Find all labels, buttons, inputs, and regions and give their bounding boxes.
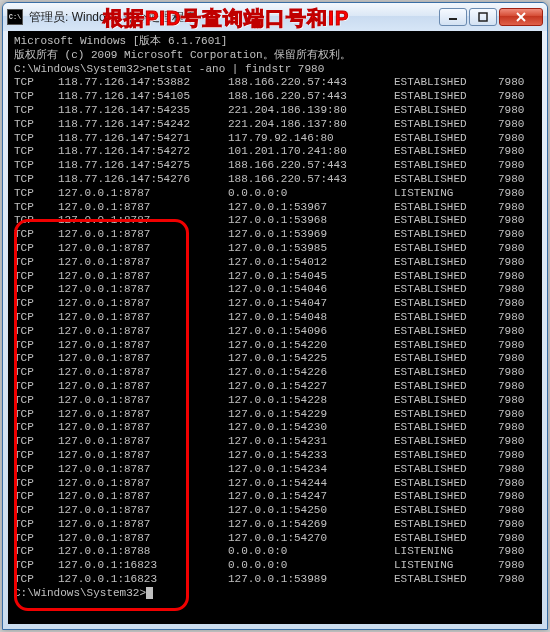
col-pid: 7980 bbox=[498, 380, 538, 394]
col-pid: 7980 bbox=[498, 449, 538, 463]
col-proto: TCP bbox=[14, 228, 58, 242]
col-local: 127.0.0.1:8787 bbox=[58, 449, 228, 463]
col-state: ESTABLISHED bbox=[394, 256, 498, 270]
col-proto: TCP bbox=[14, 380, 58, 394]
col-remote: 127.0.0.1:54269 bbox=[228, 518, 394, 532]
col-local: 127.0.0.1:8787 bbox=[58, 256, 228, 270]
col-proto: TCP bbox=[14, 173, 58, 187]
netstat-row: TCP118.77.126.147:54242221.204.186.137:8… bbox=[14, 118, 536, 132]
col-proto: TCP bbox=[14, 394, 58, 408]
col-local: 127.0.0.1:8787 bbox=[58, 311, 228, 325]
netstat-row: TCP118.77.126.147:53882188.166.220.57:44… bbox=[14, 76, 536, 90]
col-local: 127.0.0.1:8787 bbox=[58, 435, 228, 449]
col-remote: 221.204.186.139:80 bbox=[228, 104, 394, 118]
netstat-row: TCP127.0.0.1:87870.0.0.0:0LISTENING7980 bbox=[14, 187, 536, 201]
close-button[interactable] bbox=[499, 8, 543, 26]
col-state: ESTABLISHED bbox=[394, 132, 498, 146]
window-controls bbox=[439, 8, 543, 26]
col-state: ESTABLISHED bbox=[394, 394, 498, 408]
col-state: ESTABLISHED bbox=[394, 283, 498, 297]
col-remote: 127.0.0.1:54228 bbox=[228, 394, 394, 408]
col-pid: 7980 bbox=[498, 256, 538, 270]
col-state: ESTABLISHED bbox=[394, 173, 498, 187]
col-pid: 7980 bbox=[498, 201, 538, 215]
col-pid: 7980 bbox=[498, 545, 538, 559]
col-pid: 7980 bbox=[498, 339, 538, 353]
col-remote: 188.166.220.57:443 bbox=[228, 173, 394, 187]
col-state: ESTABLISHED bbox=[394, 104, 498, 118]
col-proto: TCP bbox=[14, 408, 58, 422]
col-state: ESTABLISHED bbox=[394, 325, 498, 339]
col-pid: 7980 bbox=[498, 504, 538, 518]
col-state: ESTABLISHED bbox=[394, 449, 498, 463]
maximize-button[interactable] bbox=[469, 8, 497, 26]
col-local: 127.0.0.1:8787 bbox=[58, 477, 228, 491]
col-state: ESTABLISHED bbox=[394, 145, 498, 159]
col-remote: 117.79.92.146:80 bbox=[228, 132, 394, 146]
col-remote: 221.204.186.137:80 bbox=[228, 118, 394, 132]
netstat-row: TCP118.77.126.147:54271117.79.92.146:80E… bbox=[14, 132, 536, 146]
col-local: 118.77.126.147:53882 bbox=[58, 76, 228, 90]
col-proto: TCP bbox=[14, 339, 58, 353]
col-local: 118.77.126.147:54235 bbox=[58, 104, 228, 118]
netstat-row: TCP127.0.0.1:8787127.0.0.1:54234ESTABLIS… bbox=[14, 463, 536, 477]
col-proto: TCP bbox=[14, 421, 58, 435]
col-state: ESTABLISHED bbox=[394, 90, 498, 104]
col-local: 118.77.126.147:54271 bbox=[58, 132, 228, 146]
col-pid: 7980 bbox=[498, 270, 538, 284]
col-pid: 7980 bbox=[498, 435, 538, 449]
netstat-row: TCP127.0.0.1:8787127.0.0.1:54247ESTABLIS… bbox=[14, 490, 536, 504]
netstat-row: TCP127.0.0.1:8787127.0.0.1:53985ESTABLIS… bbox=[14, 242, 536, 256]
netstat-row: TCP127.0.0.1:8787127.0.0.1:54226ESTABLIS… bbox=[14, 366, 536, 380]
netstat-row: TCP127.0.0.1:168230.0.0.0:0LISTENING7980 bbox=[14, 559, 536, 573]
col-state: ESTABLISHED bbox=[394, 532, 498, 546]
terminal-output[interactable]: Microsoft Windows [版本 6.1.7601]版权所有 (c) … bbox=[8, 31, 542, 624]
col-proto: TCP bbox=[14, 270, 58, 284]
col-local: 127.0.0.1:8787 bbox=[58, 504, 228, 518]
col-state: LISTENING bbox=[394, 187, 498, 201]
col-local: 127.0.0.1:8787 bbox=[58, 532, 228, 546]
netstat-row: TCP127.0.0.1:8787127.0.0.1:53969ESTABLIS… bbox=[14, 228, 536, 242]
maximize-icon bbox=[478, 12, 488, 22]
col-remote: 127.0.0.1:53968 bbox=[228, 214, 394, 228]
col-local: 127.0.0.1:8787 bbox=[58, 214, 228, 228]
col-local: 127.0.0.1:8787 bbox=[58, 421, 228, 435]
netstat-row: TCP127.0.0.1:8787127.0.0.1:54047ESTABLIS… bbox=[14, 297, 536, 311]
svg-rect-1 bbox=[479, 13, 487, 21]
annotation-overlay: 根据PID号查询端口号和IP bbox=[103, 5, 349, 32]
minimize-button[interactable] bbox=[439, 8, 467, 26]
col-remote: 0.0.0.0:0 bbox=[228, 187, 394, 201]
col-pid: 7980 bbox=[498, 90, 538, 104]
col-local: 127.0.0.1:8787 bbox=[58, 394, 228, 408]
col-remote: 127.0.0.1:54045 bbox=[228, 270, 394, 284]
netstat-row: TCP127.0.0.1:8787127.0.0.1:54230ESTABLIS… bbox=[14, 421, 536, 435]
col-remote: 188.166.220.57:443 bbox=[228, 76, 394, 90]
netstat-row: TCP127.0.0.1:8787127.0.0.1:54045ESTABLIS… bbox=[14, 270, 536, 284]
netstat-row: TCP118.77.126.147:54272101.201.170.241:8… bbox=[14, 145, 536, 159]
col-local: 127.0.0.1:8787 bbox=[58, 270, 228, 284]
col-pid: 7980 bbox=[498, 421, 538, 435]
prompt-line[interactable]: C:\Windows\System32> bbox=[14, 587, 536, 601]
col-pid: 7980 bbox=[498, 477, 538, 491]
netstat-row: TCP127.0.0.1:16823127.0.0.1:53989ESTABLI… bbox=[14, 573, 536, 587]
col-proto: TCP bbox=[14, 297, 58, 311]
col-local: 127.0.0.1:8787 bbox=[58, 228, 228, 242]
netstat-row: TCP118.77.126.147:54275188.166.220.57:44… bbox=[14, 159, 536, 173]
netstat-row: TCP127.0.0.1:8787127.0.0.1:54225ESTABLIS… bbox=[14, 352, 536, 366]
col-pid: 7980 bbox=[498, 463, 538, 477]
col-remote: 127.0.0.1:54233 bbox=[228, 449, 394, 463]
cmd-icon: C:\ bbox=[7, 9, 23, 25]
col-proto: TCP bbox=[14, 366, 58, 380]
col-remote: 127.0.0.1:54229 bbox=[228, 408, 394, 422]
col-state: ESTABLISHED bbox=[394, 435, 498, 449]
col-proto: TCP bbox=[14, 518, 58, 532]
col-remote: 0.0.0.0:0 bbox=[228, 545, 394, 559]
col-proto: TCP bbox=[14, 159, 58, 173]
col-local: 118.77.126.147:54276 bbox=[58, 173, 228, 187]
col-proto: TCP bbox=[14, 449, 58, 463]
netstat-row: TCP127.0.0.1:8787127.0.0.1:54012ESTABLIS… bbox=[14, 256, 536, 270]
col-state: ESTABLISHED bbox=[394, 270, 498, 284]
col-remote: 127.0.0.1:54231 bbox=[228, 435, 394, 449]
col-remote: 127.0.0.1:54220 bbox=[228, 339, 394, 353]
col-proto: TCP bbox=[14, 187, 58, 201]
